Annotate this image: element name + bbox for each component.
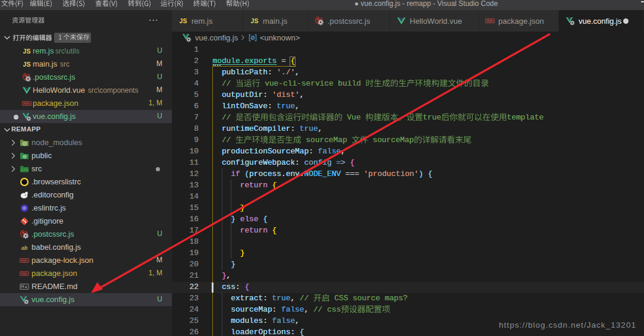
svg-text:JS: JS bbox=[23, 143, 26, 146]
svg-text:JS: JS bbox=[23, 48, 31, 55]
svg-text:ab: ab bbox=[21, 245, 28, 251]
svg-text:JS: JS bbox=[23, 61, 31, 68]
svg-text:</>: </> bbox=[21, 168, 29, 172]
svg-text:JS: JS bbox=[251, 17, 259, 24]
svg-text:JS: JS bbox=[180, 17, 187, 24]
